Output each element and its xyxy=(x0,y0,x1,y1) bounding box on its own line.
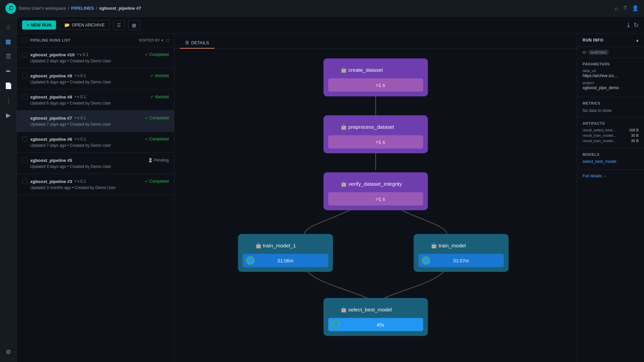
open-archive-button[interactable]: 📂 OPEN ARCHIVE xyxy=(59,20,110,30)
item-checkbox[interactable] xyxy=(22,158,28,163)
param-key-project: project xyxy=(583,81,639,85)
artifact-size-3: 30 B xyxy=(631,139,639,143)
artifact-name-3: result_train_model... xyxy=(583,139,616,143)
details-icon: ☰ xyxy=(185,40,189,45)
item-version: • v 0.1 xyxy=(75,179,86,184)
run-id-badge: bed53db2 xyxy=(588,50,609,55)
help-icon[interactable]: ? xyxy=(624,5,627,11)
nav-data[interactable]: ☰ xyxy=(2,50,14,62)
download-icon[interactable]: ⤓ xyxy=(626,21,631,29)
new-run-button[interactable]: + NEW RUN xyxy=(22,20,56,29)
pipeline-item[interactable]: xgboost_pipeline #8 • v 0.1 ✓ Aborted Up… xyxy=(17,89,174,111)
param-key-data-url: data_url xyxy=(583,69,639,73)
item-checkbox[interactable] xyxy=(22,73,28,78)
action-bar: + NEW RUN 📂 OPEN ARCHIVE ☰ ▦ ⤓ ↻ xyxy=(17,17,644,34)
metrics-no-data: No data to show xyxy=(583,108,612,113)
artifact-row-2: result_train_model... 30 B xyxy=(583,133,639,137)
pipeline-item[interactable]: xgboost_pipeline #3 • v 0.1 ✓ Completed … xyxy=(17,174,174,195)
item-name: xgboost_pipeline #10 xyxy=(30,52,74,57)
nav-tables[interactable]: ⋮ xyxy=(2,95,14,107)
pipeline-item[interactable]: xgboost_pipeline #5 ⏳ Pending Updated 9 … xyxy=(17,153,174,174)
node-create-dataset[interactable]: 🤖 create_dataset >1 s xyxy=(323,58,428,96)
item-checkbox[interactable] xyxy=(22,115,28,121)
pipeline-item[interactable]: xgboost_pipeline #9 • v 0.1 ✓ Aborted Up… xyxy=(17,68,174,89)
refresh-icon[interactable]: ↻ xyxy=(634,21,639,29)
node-train-model-1[interactable]: 🤖 train_model_1 01:06m xyxy=(238,234,333,272)
param-data-url: data_url https://archive.ics.... xyxy=(583,69,639,78)
item-meta: Updated 2 days ago • Created by Demo Use… xyxy=(22,59,169,63)
artifacts-section: ARTIFACTS result_select_best... 168 B re… xyxy=(577,117,644,148)
sorted-by[interactable]: SORTED BY ▾ xyxy=(139,38,163,43)
search-icon[interactable]: ⌕ xyxy=(615,5,618,11)
details-panel: ☰ DETAILS xyxy=(174,34,577,362)
node-title: 🤖 preprocess_dataset xyxy=(340,124,394,130)
select-all-checkbox[interactable] xyxy=(22,38,28,43)
pipelines-label[interactable]: PIPELINES xyxy=(71,6,94,11)
node-time: 45s xyxy=(377,322,384,327)
grid-view-button[interactable]: ▦ xyxy=(128,20,140,30)
item-checkbox[interactable] xyxy=(22,179,28,184)
nav-reports[interactable]: 📄 xyxy=(2,80,14,92)
left-nav: ⌂ ▦ ☰ ➥ 📄 ⋮ ▶ ⚙ xyxy=(0,17,17,362)
artifact-name-1: result_select_best... xyxy=(583,128,615,132)
artifact-name-2: result_train_model... xyxy=(583,133,616,137)
node-icon xyxy=(247,257,254,264)
item-checkbox[interactable] xyxy=(22,52,28,57)
collapse-icon[interactable]: ▴ xyxy=(636,38,639,43)
node-time: >1 s xyxy=(376,139,385,145)
artifact-row-3: result_train_model... 30 B xyxy=(583,139,639,143)
item-name: xgboost_pipeline #8 xyxy=(30,95,72,100)
model-item-1[interactable]: select_best_model xyxy=(583,159,639,164)
item-checkbox[interactable] xyxy=(22,94,28,100)
nav-pipelines[interactable]: ➥ xyxy=(2,65,14,77)
nav-deploy[interactable]: ▶ xyxy=(2,109,14,121)
item-version: • v 0.1 xyxy=(75,116,86,120)
run-info-header: RUN INFO ▴ xyxy=(577,34,644,47)
metrics-title: METRICS xyxy=(583,101,639,105)
nav-experiments[interactable]: ▦ xyxy=(2,36,14,48)
item-meta: Updated 6 days ago • Created by Demo Use… xyxy=(22,101,169,106)
filter-icon[interactable]: □ xyxy=(166,38,169,43)
item-checkbox[interactable] xyxy=(22,136,28,142)
item-meta: Updated 6 days ago • Created by Demo Use… xyxy=(22,80,169,84)
user-avatar[interactable]: 👤 xyxy=(632,5,639,11)
list-view-button[interactable]: ☰ xyxy=(113,20,125,30)
parameters-title: PARAMETERS xyxy=(583,62,639,66)
workspace-label: Demo User's workspace xyxy=(19,6,66,11)
details-tabs: ☰ DETAILS xyxy=(174,34,577,49)
node-title: 🤖 verify_dataset_integrity xyxy=(340,181,402,187)
node-time: 01:07m xyxy=(453,258,469,263)
artifact-size-2: 30 B xyxy=(631,133,639,137)
node-icon xyxy=(332,321,340,328)
node-select-best-model[interactable]: 🤖 select_best_model 45s xyxy=(323,298,428,336)
tab-details[interactable]: ☰ DETAILS xyxy=(180,38,214,49)
param-val-project: xgboost_pipe_demo xyxy=(583,85,639,90)
node-title: 🤖 create_dataset xyxy=(340,67,383,73)
current-pipeline-label: xgboost_pipeline #7 xyxy=(99,6,141,11)
node-preprocess-dataset[interactable]: 🤖 preprocess_dataset >1 s xyxy=(323,115,428,153)
item-name: xgboost_pipeline #9 xyxy=(30,73,72,78)
metrics-section: METRICS No data to show xyxy=(577,97,644,117)
item-meta: Updated 9 days ago • Created by Demo Use… xyxy=(22,164,169,169)
node-icon xyxy=(332,195,340,203)
nav-settings[interactable]: ⚙ xyxy=(2,346,14,358)
parameters-section: PARAMETERS data_url https://archive.ics.… xyxy=(577,58,644,97)
chevron-down-icon: ▾ xyxy=(161,38,163,43)
pipeline-item[interactable]: xgboost_pipeline #7 • v 0.1 ✓ Completed … xyxy=(17,111,174,132)
item-meta: Updated 7 days ago • Created by Demo Use… xyxy=(22,122,169,127)
pipeline-item[interactable]: xgboost_pipeline #10 • v 0.1 ✓ Completed… xyxy=(17,47,174,68)
node-train-model[interactable]: 🤖 train_model 01:07m xyxy=(414,234,508,272)
run-id-row: ID bed53db2 xyxy=(577,47,644,58)
item-meta: Updated 7 days ago • Created by Demo Use… xyxy=(22,143,169,148)
full-details-link[interactable]: Full details → xyxy=(577,170,644,182)
pipeline-item[interactable]: xgboost_pipeline #6 • v 0.1 ✓ Completed … xyxy=(17,132,174,153)
node-icon xyxy=(332,138,340,146)
topbar-icons: ⌕ ? 👤 xyxy=(615,5,639,11)
item-status: ✓ Completed xyxy=(145,116,169,120)
item-name: xgboost_pipeline #7 xyxy=(30,116,72,121)
models-title: MODELS xyxy=(583,153,639,157)
node-verify-dataset[interactable]: 🤖 verify_dataset_integrity >1 s xyxy=(323,172,428,210)
param-project: project xgboost_pipe_demo xyxy=(583,81,639,90)
nav-home[interactable]: ⌂ xyxy=(2,21,14,33)
item-version: • v 0.1 xyxy=(77,52,89,57)
